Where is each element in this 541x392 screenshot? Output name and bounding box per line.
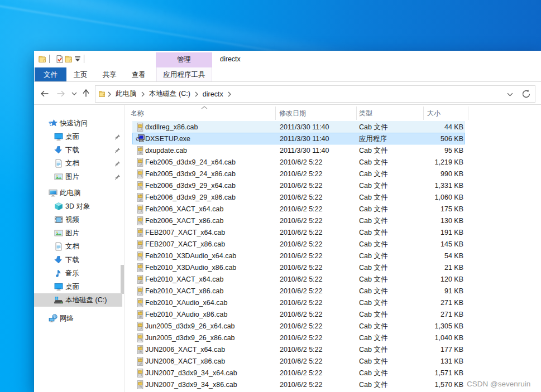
file-name: JUN2006_XACT_x64.cab <box>145 344 225 355</box>
file-name: JUN2006_XACT_x86.cab <box>145 356 225 366</box>
sidebar-item-desktop[interactable]: 桌面 <box>34 130 122 143</box>
qat-customize-dropdown[interactable] <box>74 56 81 62</box>
title-bar[interactable]: 管理 directx <box>34 51 541 67</box>
file-row[interactable]: FEB2007_XACT_x86.cab 2010/6/2 5:22 Cab 文… <box>132 238 465 250</box>
sidebar-item-label: 下载 <box>65 255 79 265</box>
file-row[interactable]: dxdllreg_x86.cab 2011/3/30 11:40 Cab 文件 … <box>132 121 465 133</box>
sidebar-item-icon <box>54 202 63 211</box>
watermark: CSDN @sevenruin <box>467 380 530 388</box>
file-date-modified: 2010/6/2 5:22 <box>280 367 322 378</box>
breadcrumb-segment[interactable]: directx <box>198 90 228 98</box>
sidebar-item-quick[interactable]: 快速访问 <box>34 117 122 130</box>
column-header-date[interactable]: 修改日期 <box>279 105 306 121</box>
contextual-tab-manage[interactable]: 管理 <box>156 52 212 67</box>
breadcrumb-segment[interactable]: 本地磁盘 (C:) <box>145 89 195 99</box>
column-header-name[interactable]: 名称 <box>131 105 144 121</box>
sidebar-item-disk[interactable]: 本地磁盘 (C:) <box>34 293 122 307</box>
file-icon <box>136 287 145 296</box>
file-icon <box>136 123 145 132</box>
sidebar-item-icon <box>54 229 63 238</box>
file-icon <box>136 146 145 155</box>
sidebar-item-network[interactable]: 网络 <box>34 312 122 325</box>
column-separator[interactable] <box>356 107 357 120</box>
file-size: 91 KB <box>379 285 463 296</box>
sidebar-item-document[interactable]: 文档 <box>34 240 122 253</box>
sidebar-item-pictures[interactable]: 图片 <box>34 226 122 240</box>
file-name: JUN2007_d3dx9_34_x86.cab <box>145 379 237 390</box>
sidebar-item-document[interactable]: 文档 <box>34 157 122 170</box>
qat-properties-button[interactable] <box>55 55 64 64</box>
back-button[interactable] <box>40 89 49 98</box>
sidebar-item-thispc[interactable]: 此电脑 <box>34 186 122 200</box>
sidebar-item-label: 下载 <box>65 146 79 155</box>
sidebar-item-objects3d[interactable]: 3D 对象 <box>34 200 122 213</box>
file-name: Feb2010_X3DAudio_x64.cab <box>145 250 236 261</box>
sidebar-item-download[interactable]: 下载 <box>34 143 122 157</box>
file-row[interactable]: dxupdate.cab 2011/3/30 11:40 Cab 文件 95 K… <box>132 144 465 156</box>
file-row[interactable]: Feb2010_XAudio_x86.cab 2010/6/2 5:22 Cab… <box>132 308 465 320</box>
file-row[interactable]: Feb2010_X3DAudio_x86.cab 2010/6/2 5:22 C… <box>132 262 465 273</box>
file-date-modified: 2010/6/2 5:22 <box>280 321 322 331</box>
breadcrumb-chevron-icon[interactable] <box>228 90 231 99</box>
recent-locations-dropdown[interactable] <box>71 92 77 95</box>
file-row[interactable]: JUN2006_XACT_x64.cab 2010/6/2 5:22 Cab 文… <box>132 343 465 355</box>
column-separator[interactable] <box>423 107 424 120</box>
sidebar-item-music[interactable]: 音乐 <box>34 267 122 280</box>
address-dropdown-button[interactable] <box>507 90 513 98</box>
file-size: 1,219 KB <box>379 157 463 167</box>
file-row[interactable]: Jun2005_d3dx9_26_x64.cab 2010/6/2 5:22 C… <box>132 320 465 332</box>
column-header-type[interactable]: 类型 <box>359 105 372 121</box>
file-date-modified: 2010/6/2 5:22 <box>280 239 322 249</box>
sidebar-item-pictures[interactable]: 图片 <box>34 170 122 183</box>
forward-button[interactable] <box>56 89 65 98</box>
file-row[interactable]: Feb2006_XACT_x64.cab 2010/6/2 5:22 Cab 文… <box>132 203 465 215</box>
sidebar-item-icon <box>49 188 58 197</box>
file-name: Feb2010_X3DAudio_x86.cab <box>145 262 236 273</box>
file-row[interactable]: JUN2007_d3dx9_34_x86.cab 2010/6/2 5:22 C… <box>132 379 465 390</box>
sidebar-item-desktop[interactable]: 桌面 <box>34 280 122 293</box>
file-row[interactable]: Jun2005_d3dx9_26_x86.cab 2010/6/2 5:22 C… <box>132 332 465 343</box>
sidebar-item-label: 桌面 <box>65 132 79 142</box>
content-area: 快速访问 桌面 下载 文档 图片 此电脑 3D 对象 视频 图片 文档 <box>34 105 541 392</box>
breadcrumb-segment[interactable]: 此电脑 <box>111 89 141 99</box>
file-row[interactable]: DXSETUP.exe 2011/3/30 11:40 应用程序 506 KB <box>132 133 465 144</box>
file-row[interactable]: Feb2005_d3dx9_24_x64.cab 2010/6/2 5:22 C… <box>132 156 465 168</box>
file-row[interactable]: Feb2006_d3dx9_29_x64.cab 2010/6/2 5:22 C… <box>132 180 465 191</box>
column-separator[interactable] <box>468 107 468 120</box>
file-row[interactable]: Feb2006_d3dx9_29_x86.cab 2010/6/2 5:22 C… <box>132 191 465 203</box>
file-row[interactable]: JUN2006_XACT_x86.cab 2010/6/2 5:22 Cab 文… <box>132 355 465 367</box>
file-name: Feb2006_XACT_x64.cab <box>145 204 223 214</box>
file-size: 21 KB <box>379 262 463 273</box>
file-date-modified: 2010/6/2 5:22 <box>280 215 322 226</box>
file-row[interactable]: Feb2005_d3dx9_24_x86.cab 2010/6/2 5:22 C… <box>132 168 465 180</box>
file-row[interactable]: JUN2007_d3dx9_34_x64.cab 2010/6/2 5:22 C… <box>132 367 465 379</box>
file-name: Feb2005_d3dx9_24_x86.cab <box>145 168 236 179</box>
file-size: 1,571 KB <box>379 367 463 378</box>
file-row[interactable]: Feb2010_XACT_x64.cab 2010/6/2 5:22 Cab 文… <box>132 273 465 285</box>
qat-separator <box>84 55 84 63</box>
pin-icon <box>114 174 121 180</box>
file-row[interactable]: Feb2010_X3DAudio_x64.cab 2010/6/2 5:22 C… <box>132 250 465 262</box>
tab-view[interactable]: 查看 <box>121 67 156 81</box>
tab-application-tools[interactable]: 应用程序工具 <box>156 67 212 81</box>
file-row[interactable]: FEB2007_XACT_x64.cab 2010/6/2 5:22 Cab 文… <box>132 226 465 238</box>
file-date-modified: 2010/6/2 5:22 <box>280 285 322 296</box>
sidebar-item-video[interactable]: 视频 <box>34 213 122 226</box>
file-date-modified: 2010/6/2 5:22 <box>280 309 322 320</box>
column-header-size[interactable]: 大小 <box>427 105 441 121</box>
file-icon <box>136 181 145 190</box>
explorer-app-icon <box>38 55 47 64</box>
sidebar-item-icon <box>49 314 58 323</box>
sidebar-item-icon <box>54 242 63 251</box>
up-button[interactable] <box>82 89 90 98</box>
qat-new-folder-button[interactable] <box>64 55 73 64</box>
sidebar-item-download[interactable]: 下载 <box>34 253 122 267</box>
tab-file[interactable]: 文件 <box>35 67 66 81</box>
refresh-button[interactable] <box>518 85 535 103</box>
column-header-row: 名称 修改日期 类型 大小 <box>125 105 541 121</box>
file-row[interactable]: Feb2006_XACT_x86.cab 2010/6/2 5:22 Cab 文… <box>132 215 465 226</box>
file-row[interactable]: Feb2010_XAudio_x64.cab 2010/6/2 5:22 Cab… <box>132 297 465 308</box>
file-row[interactable]: Feb2010_XACT_x86.cab 2010/6/2 5:22 Cab 文… <box>132 285 465 297</box>
address-bar[interactable]: 此电脑本地磁盘 (C:)directx <box>95 85 518 103</box>
column-separator[interactable] <box>275 107 276 120</box>
